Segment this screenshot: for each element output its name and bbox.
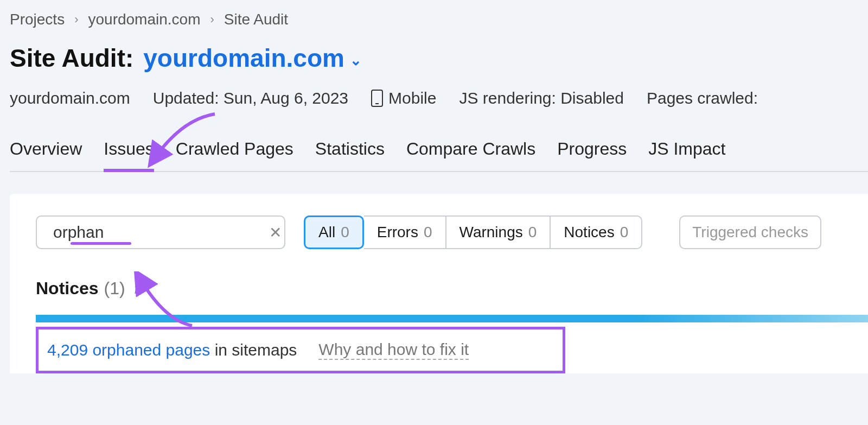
issue-count: 4,209 xyxy=(47,341,88,359)
filter-notices[interactable]: Notices 0 xyxy=(551,215,642,249)
issues-panel: ✕ All 0 Errors 0 Warnings 0 Notices 0 Tr… xyxy=(10,194,868,373)
filter-group: All 0 Errors 0 Warnings 0 Notices 0 xyxy=(304,215,642,249)
tabs: Overview Issues Crawled Pages Statistics… xyxy=(10,139,868,172)
filter-errors-count: 0 xyxy=(424,224,432,241)
breadcrumb-section: Site Audit xyxy=(224,11,288,28)
tab-compare-crawls[interactable]: Compare Crawls xyxy=(406,139,535,171)
page-title: Site Audit: xyxy=(10,43,133,73)
annotation-underline xyxy=(71,242,131,245)
tab-progress[interactable]: Progress xyxy=(557,139,627,171)
filter-warnings-label: Warnings xyxy=(459,224,523,241)
breadcrumb: Projects › yourdomain.com › Site Audit xyxy=(10,11,868,28)
filter-all-label: All xyxy=(318,224,335,241)
notices-count: (1) xyxy=(104,278,125,299)
issue-term: orphaned pages xyxy=(92,341,210,359)
meta-device: Mobile xyxy=(371,89,436,107)
chevron-right-icon: › xyxy=(74,12,78,27)
issue-row-orphaned-pages: 4,209 orphaned pages in sitemaps Why and… xyxy=(36,327,565,373)
filter-warnings[interactable]: Warnings 0 xyxy=(446,215,551,249)
why-how-fix-link[interactable]: Why and how to fix it xyxy=(318,340,469,360)
breadcrumb-domain[interactable]: yourdomain.com xyxy=(88,11,200,28)
tab-crawled-pages[interactable]: Crawled Pages xyxy=(176,139,293,171)
issue-suffix: in sitemaps xyxy=(215,341,297,359)
chevron-down-icon: ⌄ xyxy=(350,52,362,69)
notices-progress-bar xyxy=(36,315,868,322)
meta-js-rendering: JS rendering: Disabled xyxy=(459,89,624,107)
notices-heading: Notices (1) i xyxy=(36,278,868,299)
tab-statistics[interactable]: Statistics xyxy=(315,139,385,171)
filter-errors-label: Errors xyxy=(377,224,418,241)
tab-overview[interactable]: Overview xyxy=(10,139,82,171)
meta-row: yourdomain.com Updated: Sun, Aug 6, 2023… xyxy=(10,89,868,107)
meta-device-label: Mobile xyxy=(388,89,436,107)
meta-domain: yourdomain.com xyxy=(10,89,130,107)
filter-all[interactable]: All 0 xyxy=(304,215,364,249)
breadcrumb-projects[interactable]: Projects xyxy=(10,11,65,28)
clear-search-button[interactable]: ✕ xyxy=(267,221,284,244)
filter-notices-count: 0 xyxy=(620,224,629,241)
search-box: ✕ xyxy=(36,215,285,249)
meta-pages-crawled: Pages crawled: xyxy=(647,89,758,107)
tab-issues[interactable]: Issues xyxy=(104,139,154,172)
triggered-checks-dropdown[interactable]: Triggered checks xyxy=(679,215,821,249)
meta-updated: Updated: Sun, Aug 6, 2023 xyxy=(153,89,348,107)
page-title-row: Site Audit: yourdomain.com ⌄ xyxy=(10,43,868,73)
notices-label: Notices xyxy=(36,278,99,299)
tab-js-impact[interactable]: JS Impact xyxy=(648,139,725,171)
search-input[interactable] xyxy=(53,223,259,242)
mobile-icon xyxy=(371,90,383,107)
filter-warnings-count: 0 xyxy=(528,224,537,241)
chevron-right-icon: › xyxy=(210,12,214,27)
filter-notices-label: Notices xyxy=(564,224,614,241)
issue-link[interactable]: 4,209 orphaned pages in sitemaps xyxy=(47,341,297,359)
domain-dropdown-label: yourdomain.com xyxy=(143,43,344,73)
domain-dropdown[interactable]: yourdomain.com ⌄ xyxy=(143,43,362,73)
controls-row: ✕ All 0 Errors 0 Warnings 0 Notices 0 Tr… xyxy=(36,215,868,249)
filter-errors[interactable]: Errors 0 xyxy=(364,215,446,249)
filter-all-count: 0 xyxy=(341,224,349,241)
info-icon[interactable]: i xyxy=(131,280,138,297)
